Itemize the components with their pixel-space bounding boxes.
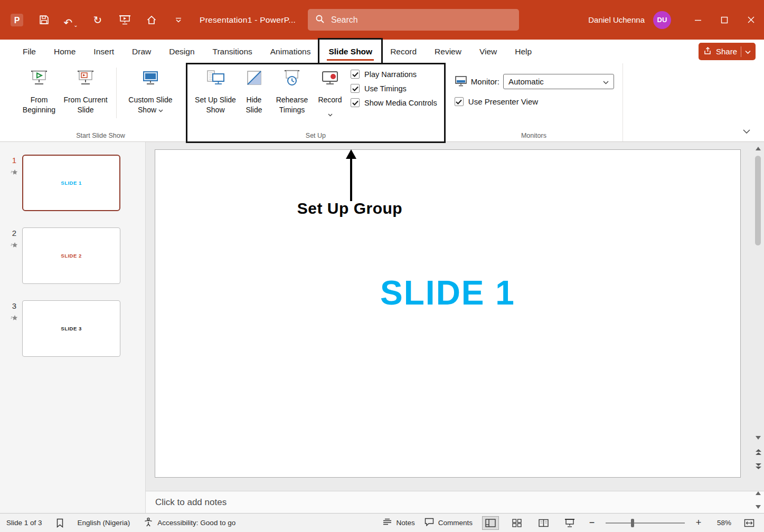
tab-view[interactable]: View <box>470 40 506 63</box>
zoom-level[interactable]: 58% <box>712 519 731 527</box>
notes-toggle-button[interactable]: Notes <box>383 518 414 527</box>
slide-thumbnail-1[interactable]: SLIDE 1 <box>22 155 120 211</box>
chevron-down-icon <box>603 77 609 86</box>
monitor-select[interactable]: Automatic <box>503 74 614 89</box>
custom-slide-show-icon <box>140 69 161 91</box>
tab-help[interactable]: Help <box>506 40 541 63</box>
group-monitors: Monitor: Automatic Use Presenter View Mo… <box>445 63 623 141</box>
slide-surface[interactable]: SLIDE 1 <box>155 149 741 478</box>
notes-scroll-up-button[interactable] <box>753 488 763 498</box>
tab-insert[interactable]: Insert <box>84 40 123 63</box>
scroll-down-button[interactable] <box>753 432 763 443</box>
checkbox-checked-icon <box>351 98 360 107</box>
rehearse-timings-icon <box>281 69 303 91</box>
zoom-in-button[interactable]: + <box>694 517 703 528</box>
notes-icon <box>383 518 392 527</box>
checkbox-checked-icon <box>455 97 464 106</box>
animation-star-icon <box>11 168 18 178</box>
slide-thumbnail-panel: 1 SLIDE 1 2 SLIDE 2 3 <box>0 142 146 513</box>
tab-home[interactable]: Home <box>45 40 84 63</box>
custom-slide-show-button[interactable]: Custom Slide Show <box>120 66 181 115</box>
home-icon[interactable] <box>144 12 159 28</box>
zoom-slider[interactable] <box>606 522 685 524</box>
minimize-button[interactable] <box>685 0 711 40</box>
svg-text:P: P <box>14 16 20 25</box>
zoom-out-button[interactable]: − <box>588 517 596 528</box>
comments-icon <box>425 518 434 528</box>
status-bar: Slide 1 of 3 English (Nigeria) Accessibi… <box>0 513 764 532</box>
group-inner-divider <box>116 68 117 118</box>
rehearse-timings-button[interactable]: Rehearse Timings <box>269 66 315 115</box>
notes-scroll-down-button[interactable] <box>753 501 763 512</box>
search-box[interactable] <box>308 9 519 31</box>
collapse-ribbon-button[interactable] <box>740 126 753 137</box>
thumbnail-row: 1 SLIDE 1 <box>6 155 145 211</box>
play-narrations-checkbox[interactable]: Play Narrations <box>351 70 437 79</box>
tab-slide-show[interactable]: Slide Show <box>319 40 381 63</box>
slide-editor: SLIDE 1 Click to add notes <box>146 142 764 513</box>
slide-thumbnail-2[interactable]: SLIDE 2 <box>22 227 120 284</box>
search-input[interactable] <box>331 15 512 25</box>
comments-toggle-button[interactable]: Comments <box>425 518 473 528</box>
powerpoint-logo-icon[interactable]: P <box>10 12 24 28</box>
use-presenter-view-checkbox[interactable]: Use Presenter View <box>455 97 614 106</box>
group-label-start-slide-show: Start Slide Show <box>15 132 186 139</box>
normal-view-button[interactable] <box>482 516 499 530</box>
scrollbar-thumb[interactable] <box>755 156 761 245</box>
share-divider <box>741 46 741 57</box>
tab-design[interactable]: Design <box>160 40 203 63</box>
group-start-slide-show: From Beginning From Current Slide Custom… <box>15 63 187 141</box>
from-beginning-button[interactable]: From Beginning <box>20 66 58 115</box>
undo-icon[interactable]: ↶⌄ <box>63 12 78 28</box>
group-label-monitors: Monitors <box>445 132 622 139</box>
redo-icon[interactable]: ↻ <box>90 12 105 28</box>
next-slide-button[interactable] <box>753 461 763 471</box>
slide-sorter-view-button[interactable] <box>508 516 525 530</box>
save-icon[interactable] <box>36 12 51 28</box>
checkbox-checked-icon <box>351 70 360 79</box>
language-status[interactable]: English (Nigeria) <box>78 519 130 527</box>
accessibility-status[interactable]: Accessibility: Good to go <box>144 517 235 528</box>
checkbox-checked-icon <box>351 84 360 93</box>
start-slideshow-icon[interactable] <box>117 12 132 28</box>
share-chevron-icon <box>745 47 751 56</box>
tab-transitions[interactable]: Transitions <box>204 40 261 63</box>
group-set-up: Set Up Slide Show Hide Slide Rehearse Ti… <box>187 63 445 141</box>
close-button[interactable] <box>738 0 764 40</box>
slide-thumbnail-3[interactable]: SLIDE 3 <box>22 300 120 357</box>
zoom-slider-thumb[interactable] <box>631 519 634 527</box>
slide-canvas: SLIDE 1 <box>146 142 764 491</box>
slide-show-view-button[interactable] <box>561 516 578 530</box>
titlebar: P ↶⌄ ↻ Presentation1 - PowerP... <box>0 0 764 40</box>
tab-animations[interactable]: Animations <box>261 40 320 63</box>
from-current-slide-icon <box>75 69 96 91</box>
set-up-slide-show-button[interactable]: Set Up Slide Show <box>192 66 239 115</box>
share-button[interactable]: Share <box>699 43 756 60</box>
use-timings-checkbox[interactable]: Use Timings <box>351 84 437 93</box>
setup-checkboxes: Play Narrations Use Timings Show Media C… <box>345 66 439 107</box>
from-beginning-icon <box>29 69 50 91</box>
ribbon: From Beginning From Current Slide Custom… <box>0 63 764 142</box>
previous-slide-button[interactable] <box>753 447 763 458</box>
slide-title-text[interactable]: SLIDE 1 <box>155 273 740 312</box>
tab-record[interactable]: Record <box>381 40 426 63</box>
tab-file[interactable]: File <box>14 40 45 63</box>
maximize-button[interactable] <box>711 0 738 40</box>
tab-draw[interactable]: Draw <box>123 40 160 63</box>
avatar[interactable]: DU <box>653 11 671 29</box>
fit-slide-to-window-button[interactable] <box>741 516 758 530</box>
record-button[interactable]: Record <box>315 66 345 119</box>
proofing-bookmark-icon[interactable] <box>56 518 64 528</box>
notes-pane[interactable]: Click to add notes <box>146 491 764 513</box>
group-label-set-up: Set Up <box>187 132 445 139</box>
chevron-down-icon <box>328 109 333 119</box>
record-icon <box>319 69 341 91</box>
from-current-slide-button[interactable]: From Current Slide <box>58 66 113 115</box>
show-media-controls-checkbox[interactable]: Show Media Controls <box>351 98 437 107</box>
hide-slide-button[interactable]: Hide Slide <box>239 66 269 115</box>
scroll-up-button[interactable] <box>753 143 763 154</box>
tab-review[interactable]: Review <box>426 40 470 63</box>
account-name[interactable]: Daniel Uchenna <box>588 15 645 24</box>
reading-view-button[interactable] <box>535 516 552 530</box>
customize-qat-chevron-icon[interactable] <box>171 12 186 28</box>
